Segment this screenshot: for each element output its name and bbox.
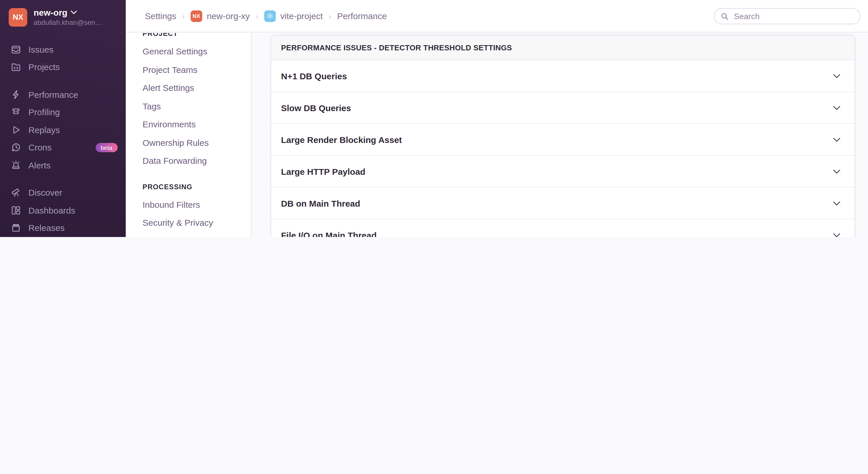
sidebar-item-label: Releases [28, 223, 65, 233]
settings-nav-item-issue-grouping[interactable]: Issue Grouping [143, 232, 251, 237]
sidebar-item-user-feedback[interactable]: User Feedback [0, 237, 126, 237]
projects-icon [10, 61, 22, 73]
detector-row-file-i-o-on-main-thread[interactable]: File I/O on Main Thread [271, 219, 855, 237]
settings-nav-item-tags[interactable]: Tags [143, 97, 251, 115]
sidebar-item-discover[interactable]: Discover [0, 184, 126, 201]
primary-sidebar: NX new-org abdullah.khan@sen… IssuesProj… [0, 0, 126, 237]
react-icon: ⚛ [264, 10, 276, 22]
sidebar-item-replays[interactable]: Replays [0, 121, 126, 139]
chevron-down-icon [833, 169, 841, 174]
org-badge: NX [191, 10, 202, 22]
settings-nav-item-general-settings[interactable]: General Settings [143, 42, 251, 61]
main-content: PERFORMANCE ISSUES - DETECTOR THRESHOLD … [251, 33, 868, 237]
releases-icon [10, 222, 22, 234]
profiling-icon [10, 106, 22, 118]
settings-nav-item-environments[interactable]: Environments [143, 115, 251, 133]
breadcrumb-label: Settings [145, 11, 176, 21]
detector-row-large-http-payload[interactable]: Large HTTP Payload [271, 156, 855, 188]
chevron-down-icon [833, 201, 841, 206]
settings-section-project: PROJECT [143, 33, 251, 39]
sidebar-item-dashboards[interactable]: Dashboards [0, 201, 126, 219]
detector-row-label: File I/O on Main Thread [281, 230, 377, 237]
crons-icon [10, 142, 22, 154]
sidebar-item-label: Projects [28, 62, 60, 72]
detector-row-db-on-main-thread[interactable]: DB on Main Thread [271, 188, 855, 219]
sidebar-item-alerts[interactable]: Alerts [0, 156, 126, 174]
sidebar-item-profiling[interactable]: Profiling [0, 103, 126, 121]
chevron-down-icon [71, 10, 78, 14]
detector-threshold-panel: PERFORMANCE ISSUES - DETECTOR THRESHOLD … [271, 35, 855, 237]
org-name: new-org [34, 7, 67, 18]
detector-row-label: Slow DB Queries [281, 103, 351, 112]
org-email: abdullah.khan@sen… [34, 19, 102, 27]
dashboards-icon [10, 205, 22, 216]
sidebar-item-projects[interactable]: Projects [0, 58, 126, 76]
sidebar-item-performance[interactable]: Performance [0, 86, 126, 103]
breadcrumb-label: new-org-xy [207, 11, 250, 21]
breadcrumb-performance[interactable]: Performance [337, 11, 387, 21]
replays-icon [10, 124, 22, 136]
detector-row-slow-db-queries[interactable]: Slow DB Queries [271, 92, 855, 124]
sidebar-item-label: Dashboards [28, 205, 75, 215]
breadcrumb-new-org-xy[interactable]: NXnew-org-xy [191, 10, 250, 22]
chevron-down-icon [833, 73, 841, 78]
sentry-settings-page: NX new-org abdullah.khan@sen… IssuesProj… [0, 0, 868, 237]
chevron-down-icon [833, 105, 841, 110]
sidebar-item-label: Performance [28, 90, 78, 100]
beta-badge: beta [95, 143, 118, 152]
sidebar-item-label: Crons [28, 143, 52, 153]
chevron-down-icon [833, 232, 841, 237]
sidebar-item-label: Profiling [28, 107, 60, 117]
detector-row-label: DB on Main Thread [281, 198, 360, 208]
detector-row-label: N+1 DB Queries [281, 71, 347, 81]
detector-row-large-render-blocking-asset[interactable]: Large Render Blocking Asset [271, 124, 855, 156]
settings-section-processing: PROCESSING [143, 182, 251, 192]
detector-row-label: Large HTTP Payload [281, 166, 365, 176]
settings-nav-item-alert-settings[interactable]: Alert Settings [143, 79, 251, 97]
sidebar-item-label: Alerts [28, 160, 51, 170]
sidebar-item-label: Replays [28, 125, 60, 135]
breadcrumb-settings[interactable]: Settings [145, 11, 176, 21]
top-bar: Settings›NXnew-org-xy›⚛vite-project›Perf… [126, 0, 868, 32]
detector-row-n-1-db-queries[interactable]: N+1 DB Queries [271, 60, 855, 92]
org-avatar: NX [9, 8, 27, 26]
sidebar-item-label: Issues [28, 44, 54, 55]
issues-icon [10, 44, 22, 55]
panel-title: PERFORMANCE ISSUES - DETECTOR THRESHOLD … [271, 35, 855, 60]
settings-nav-item-security-privacy[interactable]: Security & Privacy [143, 213, 251, 232]
breadcrumb-label: vite-project [280, 11, 323, 21]
breadcrumb-separator: › [329, 11, 331, 21]
chevron-down-icon [833, 137, 841, 142]
settings-nav-item-data-forwarding[interactable]: Data Forwarding [143, 151, 251, 170]
performance-icon [10, 89, 22, 100]
breadcrumb-vite-project[interactable]: ⚛vite-project [264, 10, 323, 22]
discover-icon [10, 187, 22, 199]
sidebar-item-label: Discover [28, 188, 62, 198]
search-input[interactable] [733, 11, 854, 22]
sidebar-item-issues[interactable]: Issues [0, 40, 126, 58]
breadcrumb-label: Performance [337, 11, 387, 21]
breadcrumb-separator: › [182, 11, 185, 21]
alerts-icon [10, 160, 22, 171]
search-icon [721, 12, 728, 21]
settings-nav-item-project-teams[interactable]: Project Teams [143, 61, 251, 79]
sidebar-item-crons[interactable]: Cronsbeta [0, 139, 126, 156]
sidebar-item-releases[interactable]: Releases [0, 219, 126, 237]
breadcrumb: Settings›NXnew-org-xy›⚛vite-project›Perf… [145, 10, 387, 22]
search-box[interactable] [714, 8, 861, 24]
settings-nav: PROJECTGeneral SettingsProject TeamsAler… [126, 33, 251, 237]
settings-nav-item-inbound-filters[interactable]: Inbound Filters [143, 195, 251, 213]
settings-nav-item-ownership-rules[interactable]: Ownership Rules [143, 133, 251, 151]
org-switcher[interactable]: NX new-org abdullah.khan@sen… [0, 0, 126, 27]
detector-row-label: Large Render Blocking Asset [281, 135, 402, 144]
breadcrumb-separator: › [255, 11, 258, 21]
